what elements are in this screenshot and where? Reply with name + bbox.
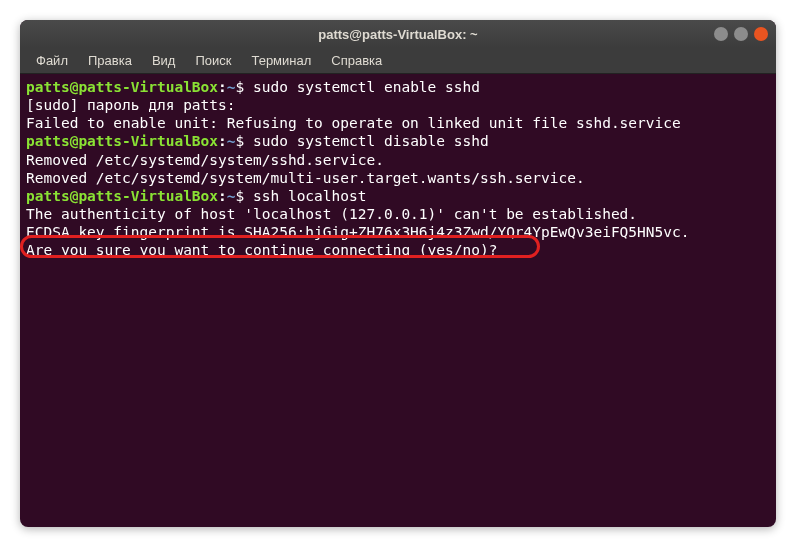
terminal-line: patts@patts-VirtualBox:~$ ssh localhost	[26, 187, 770, 205]
prompt-colon: :	[218, 133, 227, 149]
menu-edit[interactable]: Правка	[80, 51, 140, 70]
terminal-output: Removed /etc/systemd/system/multi-user.t…	[26, 169, 770, 187]
terminal-line: patts@patts-VirtualBox:~$ sudo systemctl…	[26, 132, 770, 150]
prompt-userhost: patts@patts-VirtualBox	[26, 133, 218, 149]
prompt-dollar: $	[236, 133, 245, 149]
terminal-output: Failed to enable unit: Refusing to opera…	[26, 114, 770, 132]
terminal-output: ECDSA key fingerprint is SHA256:hjGig+ZH…	[26, 223, 770, 241]
prompt-dollar: $	[236, 188, 245, 204]
titlebar: patts@patts-VirtualBox: ~	[20, 20, 776, 48]
command-text: sudo systemctl disable sshd	[244, 133, 488, 149]
terminal-output: Removed /etc/systemd/system/sshd.service…	[26, 151, 770, 169]
menu-view[interactable]: Вид	[144, 51, 184, 70]
minimize-button[interactable]	[714, 27, 728, 41]
prompt-userhost: patts@patts-VirtualBox	[26, 79, 218, 95]
menu-terminal[interactable]: Терминал	[243, 51, 319, 70]
terminal-output: The authenticity of host 'localhost (127…	[26, 205, 770, 223]
command-text: ssh localhost	[244, 188, 366, 204]
maximize-button[interactable]	[734, 27, 748, 41]
prompt-path: ~	[227, 133, 236, 149]
menu-help[interactable]: Справка	[323, 51, 390, 70]
window-controls	[714, 27, 768, 41]
prompt-userhost: patts@patts-VirtualBox	[26, 188, 218, 204]
prompt-path: ~	[227, 188, 236, 204]
close-button[interactable]	[754, 27, 768, 41]
prompt-path: ~	[227, 79, 236, 95]
menu-search[interactable]: Поиск	[187, 51, 239, 70]
menu-file[interactable]: Файл	[28, 51, 76, 70]
prompt-colon: :	[218, 188, 227, 204]
terminal-line: patts@patts-VirtualBox:~$ sudo systemctl…	[26, 78, 770, 96]
prompt-colon: :	[218, 79, 227, 95]
terminal-output: Are you sure you want to continue connec…	[26, 241, 770, 259]
window-title: patts@patts-VirtualBox: ~	[318, 27, 477, 42]
terminal-output: [sudo] пароль для patts:	[26, 96, 770, 114]
terminal-area[interactable]: patts@patts-VirtualBox:~$ sudo systemctl…	[20, 74, 776, 263]
prompt-dollar: $	[236, 79, 245, 95]
command-text: sudo systemctl enable sshd	[244, 79, 480, 95]
menubar: Файл Правка Вид Поиск Терминал Справка	[20, 48, 776, 74]
terminal-window: patts@patts-VirtualBox: ~ Файл Правка Ви…	[20, 20, 776, 527]
